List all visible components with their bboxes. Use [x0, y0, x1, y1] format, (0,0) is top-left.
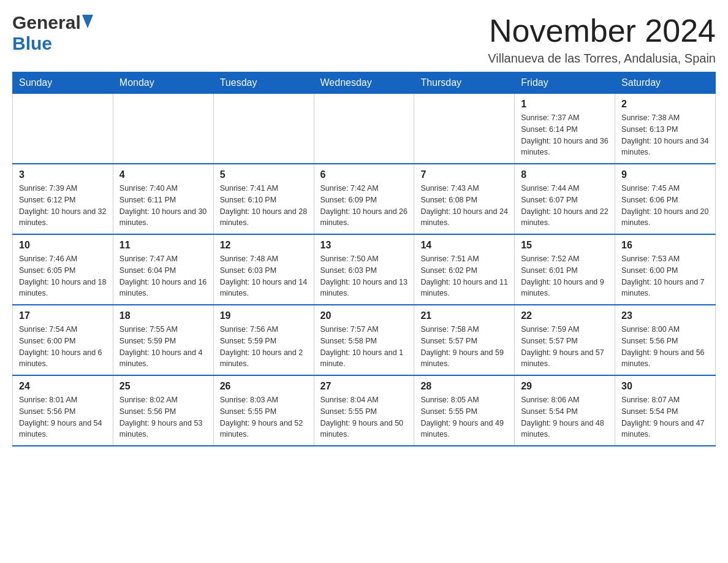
logo-arrow-icon — [82, 15, 93, 31]
day-info: Sunrise: 8:04 AM Sunset: 5:55 PM Dayligh… — [320, 394, 408, 440]
calendar-cell: 2Sunrise: 7:38 AM Sunset: 6:13 PM Daylig… — [615, 94, 716, 164]
calendar-week-row: 3Sunrise: 7:39 AM Sunset: 6:12 PM Daylig… — [13, 164, 716, 234]
day-info: Sunrise: 7:58 AM Sunset: 5:57 PM Dayligh… — [420, 324, 508, 370]
day-info: Sunrise: 8:05 AM Sunset: 5:55 PM Dayligh… — [420, 394, 508, 440]
day-info: Sunrise: 7:41 AM Sunset: 6:10 PM Dayligh… — [220, 183, 308, 229]
day-number: 12 — [220, 240, 308, 251]
day-info: Sunrise: 7:54 AM Sunset: 6:00 PM Dayligh… — [19, 324, 107, 370]
day-number: 10 — [19, 240, 107, 251]
day-number: 29 — [521, 381, 609, 392]
calendar-cell: 17Sunrise: 7:54 AM Sunset: 6:00 PM Dayli… — [13, 305, 113, 375]
day-number: 22 — [521, 310, 609, 321]
day-number: 27 — [320, 381, 408, 392]
day-info: Sunrise: 7:57 AM Sunset: 5:58 PM Dayligh… — [320, 324, 408, 370]
day-info: Sunrise: 7:37 AM Sunset: 6:14 PM Dayligh… — [521, 112, 609, 158]
day-info: Sunrise: 8:03 AM Sunset: 5:55 PM Dayligh… — [220, 394, 308, 440]
day-number: 30 — [621, 381, 709, 392]
day-number: 24 — [19, 381, 107, 392]
calendar-cell: 29Sunrise: 8:06 AM Sunset: 5:54 PM Dayli… — [515, 375, 615, 446]
day-number: 13 — [320, 240, 408, 251]
day-number: 7 — [420, 169, 508, 180]
day-info: Sunrise: 7:45 AM Sunset: 6:06 PM Dayligh… — [621, 183, 709, 229]
calendar-week-row: 24Sunrise: 8:01 AM Sunset: 5:56 PM Dayli… — [13, 375, 716, 446]
day-number: 26 — [220, 381, 308, 392]
month-title: November 2024 — [488, 12, 716, 49]
day-info: Sunrise: 7:52 AM Sunset: 6:01 PM Dayligh… — [521, 253, 609, 299]
day-number: 14 — [420, 240, 508, 251]
calendar-header-row: SundayMondayTuesdayWednesdayThursdayFrid… — [13, 72, 716, 94]
calendar-cell: 30Sunrise: 8:07 AM Sunset: 5:54 PM Dayli… — [615, 375, 716, 446]
day-number: 1 — [521, 99, 609, 110]
calendar-cell: 1Sunrise: 7:37 AM Sunset: 6:14 PM Daylig… — [515, 94, 615, 164]
day-info: Sunrise: 7:43 AM Sunset: 6:08 PM Dayligh… — [420, 183, 508, 229]
day-info: Sunrise: 7:55 AM Sunset: 5:59 PM Dayligh… — [119, 324, 207, 370]
day-number: 25 — [119, 381, 207, 392]
day-of-week-header: Thursday — [414, 72, 515, 94]
calendar-cell: 22Sunrise: 7:59 AM Sunset: 5:57 PM Dayli… — [515, 305, 615, 375]
page-header: General Blue November 2024 Villanueva de… — [12, 12, 716, 66]
calendar-cell — [314, 94, 414, 164]
day-info: Sunrise: 7:48 AM Sunset: 6:03 PM Dayligh… — [220, 253, 308, 299]
calendar-cell — [414, 94, 515, 164]
calendar-cell — [113, 94, 213, 164]
calendar-cell: 19Sunrise: 7:56 AM Sunset: 5:59 PM Dayli… — [213, 305, 314, 375]
day-info: Sunrise: 7:59 AM Sunset: 5:57 PM Dayligh… — [521, 324, 609, 370]
calendar-cell: 3Sunrise: 7:39 AM Sunset: 6:12 PM Daylig… — [13, 164, 113, 234]
calendar-cell: 6Sunrise: 7:42 AM Sunset: 6:09 PM Daylig… — [314, 164, 414, 234]
calendar-cell: 26Sunrise: 8:03 AM Sunset: 5:55 PM Dayli… — [213, 375, 314, 446]
calendar-cell: 14Sunrise: 7:51 AM Sunset: 6:02 PM Dayli… — [414, 234, 515, 305]
calendar-cell: 25Sunrise: 8:02 AM Sunset: 5:56 PM Dayli… — [113, 375, 213, 446]
day-number: 16 — [621, 240, 709, 251]
calendar-cell: 16Sunrise: 7:53 AM Sunset: 6:00 PM Dayli… — [615, 234, 716, 305]
calendar-cell: 4Sunrise: 7:40 AM Sunset: 6:11 PM Daylig… — [113, 164, 213, 234]
day-info: Sunrise: 7:53 AM Sunset: 6:00 PM Dayligh… — [621, 253, 709, 299]
day-info: Sunrise: 7:50 AM Sunset: 6:03 PM Dayligh… — [320, 253, 408, 299]
calendar-week-row: 17Sunrise: 7:54 AM Sunset: 6:00 PM Dayli… — [13, 305, 716, 375]
day-number: 18 — [119, 310, 207, 321]
day-number: 3 — [19, 169, 107, 180]
day-info: Sunrise: 7:39 AM Sunset: 6:12 PM Dayligh… — [19, 183, 107, 229]
calendar-cell: 21Sunrise: 7:58 AM Sunset: 5:57 PM Dayli… — [414, 305, 515, 375]
calendar-cell: 10Sunrise: 7:46 AM Sunset: 6:05 PM Dayli… — [13, 234, 113, 305]
day-number: 15 — [521, 240, 609, 251]
day-number: 9 — [621, 169, 709, 180]
calendar-cell: 24Sunrise: 8:01 AM Sunset: 5:56 PM Dayli… — [13, 375, 113, 446]
calendar-week-row: 10Sunrise: 7:46 AM Sunset: 6:05 PM Dayli… — [13, 234, 716, 305]
day-number: 23 — [621, 310, 709, 321]
calendar-table: SundayMondayTuesdayWednesdayThursdayFrid… — [12, 72, 716, 446]
day-info: Sunrise: 7:47 AM Sunset: 6:04 PM Dayligh… — [119, 253, 207, 299]
calendar-cell: 11Sunrise: 7:47 AM Sunset: 6:04 PM Dayli… — [113, 234, 213, 305]
day-info: Sunrise: 7:42 AM Sunset: 6:09 PM Dayligh… — [320, 183, 408, 229]
calendar-cell: 20Sunrise: 7:57 AM Sunset: 5:58 PM Dayli… — [314, 305, 414, 375]
day-number: 21 — [420, 310, 508, 321]
day-number: 11 — [119, 240, 207, 251]
day-info: Sunrise: 7:44 AM Sunset: 6:07 PM Dayligh… — [521, 183, 609, 229]
logo-general-text: General — [12, 12, 81, 33]
calendar-cell: 15Sunrise: 7:52 AM Sunset: 6:01 PM Dayli… — [515, 234, 615, 305]
day-info: Sunrise: 7:38 AM Sunset: 6:13 PM Dayligh… — [621, 112, 709, 158]
day-info: Sunrise: 8:06 AM Sunset: 5:54 PM Dayligh… — [521, 394, 609, 440]
calendar-cell — [213, 94, 314, 164]
calendar-cell: 7Sunrise: 7:43 AM Sunset: 6:08 PM Daylig… — [414, 164, 515, 234]
day-number: 5 — [220, 169, 308, 180]
day-of-week-header: Friday — [515, 72, 615, 94]
calendar-cell: 5Sunrise: 7:41 AM Sunset: 6:10 PM Daylig… — [213, 164, 314, 234]
calendar-cell: 8Sunrise: 7:44 AM Sunset: 6:07 PM Daylig… — [515, 164, 615, 234]
svg-marker-0 — [82, 15, 93, 28]
location-title: Villanueva de las Torres, Andalusia, Spa… — [488, 52, 716, 66]
day-of-week-header: Tuesday — [213, 72, 314, 94]
day-number: 17 — [19, 310, 107, 321]
day-number: 8 — [521, 169, 609, 180]
day-of-week-header: Sunday — [13, 72, 113, 94]
day-number: 19 — [220, 310, 308, 321]
day-of-week-header: Monday — [113, 72, 213, 94]
day-info: Sunrise: 8:00 AM Sunset: 5:56 PM Dayligh… — [621, 324, 709, 370]
day-number: 2 — [621, 99, 709, 110]
calendar-cell: 23Sunrise: 8:00 AM Sunset: 5:56 PM Dayli… — [615, 305, 716, 375]
day-info: Sunrise: 8:01 AM Sunset: 5:56 PM Dayligh… — [19, 394, 107, 440]
day-number: 6 — [320, 169, 408, 180]
day-of-week-header: Saturday — [615, 72, 716, 94]
calendar-cell: 9Sunrise: 7:45 AM Sunset: 6:06 PM Daylig… — [615, 164, 716, 234]
calendar-week-row: 1Sunrise: 7:37 AM Sunset: 6:14 PM Daylig… — [13, 94, 716, 164]
day-info: Sunrise: 7:40 AM Sunset: 6:11 PM Dayligh… — [119, 183, 207, 229]
